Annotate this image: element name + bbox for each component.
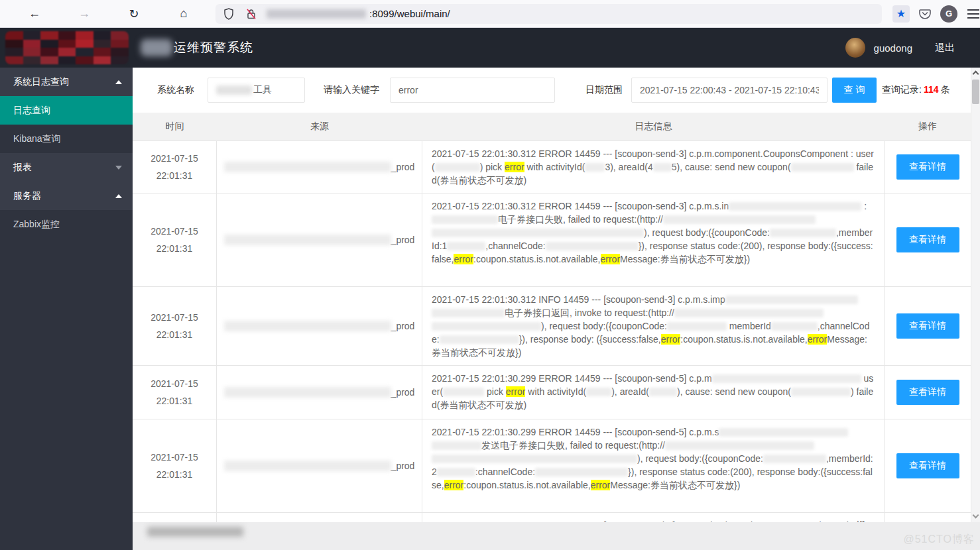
log-text: Message:券当前状态不可发放}): [610, 480, 740, 490]
scrollbar-down-arrow[interactable]: [971, 512, 980, 521]
browser-reload-icon[interactable]: ↻: [124, 7, 144, 21]
result-count-value: 114: [924, 84, 939, 95]
redacted-text: [432, 441, 481, 450]
logo-pixel: [58, 48, 76, 56]
logo-pixel: [40, 56, 58, 65]
time-cell: 2021-07-1522:01:31: [133, 287, 217, 365]
redacted-text: [546, 242, 639, 250]
bookmark-star-icon[interactable]: ★: [892, 5, 910, 23]
logout-button[interactable]: 退出: [935, 42, 955, 54]
sidebar-item-zabbix-monitor[interactable]: Zabbix监控: [0, 210, 133, 239]
content-scrollbar[interactable]: [971, 68, 980, 522]
col-header-action: 操作: [885, 113, 971, 140]
redacted-source: [224, 235, 391, 245]
browser-profile-avatar[interactable]: G: [940, 5, 957, 23]
scrollbar-thumb[interactable]: [972, 80, 979, 104]
result-count-label: 查询记录:: [882, 84, 922, 95]
source-suffix: _prod: [391, 321, 415, 331]
view-details-button[interactable]: 查看详情: [896, 313, 959, 339]
scrollbar-up-arrow[interactable]: [971, 68, 980, 78]
view-details-button[interactable]: 查看详情: [896, 154, 959, 180]
source-suffix: _prod: [391, 387, 415, 398]
time-cell: 2021-07-1522:01:31: [133, 141, 217, 193]
keyword-input[interactable]: [390, 78, 555, 103]
pocket-icon[interactable]: [919, 9, 931, 19]
logo-pixel: [23, 56, 41, 65]
url-bar[interactable]: :8099/webui/main/: [215, 4, 882, 24]
sidebar-item-log-query[interactable]: 日志查询: [0, 96, 133, 125]
browser-back-icon[interactable]: ←: [25, 7, 44, 21]
redacted-source: [224, 162, 391, 172]
sidebar-item-label: 报表: [13, 162, 32, 172]
log-table-body: 2021-07-1522:01:31_prod2021-07-15 22:01:…: [133, 141, 971, 550]
log-text: :coupon.status.is.not.available,: [680, 334, 807, 345]
logo-pixel: [93, 56, 111, 65]
redacted-text: [770, 229, 836, 237]
log-text: ) pick: [480, 162, 505, 172]
time-cell: 2021-07-1522:01:31: [133, 193, 217, 286]
sidebar-item-reports[interactable]: 报表: [0, 153, 133, 182]
log-text: ,channelCode:: [485, 241, 545, 251]
sidebar-item-label: Zabbix监控: [13, 219, 60, 229]
action-cell: 查看详情: [885, 193, 971, 286]
watermark: @51CTO博客: [903, 533, 975, 547]
logo-pixel: [93, 31, 111, 40]
system-name-label: 系统名称: [157, 84, 194, 96]
redacted-text: [435, 163, 480, 172]
sidebar-item-servers[interactable]: 服务器: [0, 182, 133, 210]
redacted-text: [719, 428, 848, 437]
date-range-input[interactable]: [631, 78, 827, 103]
log-text: 2021-07-15 22:01:30.299 ERROR 14459 --- …: [432, 373, 712, 384]
log-text: 2021-07-15 22:01:30.312 ERROR 14459 --- …: [432, 201, 729, 211]
menu-lines: [967, 13, 979, 15]
source-suffix: _prod: [391, 461, 415, 471]
browser-forward-icon[interactable]: →: [74, 7, 94, 21]
table-row: 2021-07-1522:01:31_prod2021-07-15 22:01:…: [133, 287, 971, 366]
system-name-select[interactable]: 工具: [208, 78, 305, 103]
view-details-button[interactable]: 查看详情: [896, 227, 959, 252]
redacted-text: [665, 441, 814, 450]
view-details-button[interactable]: 查看详情: [896, 380, 959, 405]
logo-pixel: [76, 48, 93, 56]
browser-home-icon[interactable]: ⌂: [174, 7, 194, 21]
shield-icon[interactable]: [223, 8, 234, 20]
keyword-highlight: error: [454, 254, 473, 264]
log-text: 2021-07-15 22:01:30.299 ERROR 14459 --- …: [432, 427, 719, 437]
redacted-text: [447, 242, 485, 250]
chevron-down-icon: [115, 166, 122, 170]
user-avatar[interactable]: [845, 38, 865, 58]
log-text: :coupon.status.is.not.available,: [463, 480, 590, 490]
log-text: :: [861, 201, 867, 211]
table-row: 2021-07-1522:01:31_prod2021-07-15 22:01:…: [133, 141, 971, 193]
sidebar-item-system-log-query[interactable]: 系统日志查询: [0, 68, 133, 96]
redacted-text: [432, 322, 541, 331]
log-text: 3), areaId(4: [605, 162, 652, 172]
username[interactable]: guodong: [874, 42, 912, 54]
redacted-host: [267, 9, 366, 19]
logo-pixel: [111, 31, 129, 40]
log-text: ), cause: send new coupon(: [677, 386, 791, 397]
logo-pixel: [111, 56, 129, 65]
keyword-highlight: error: [444, 480, 464, 490]
source-cell: _prod: [217, 287, 422, 365]
table-row: 2021-07-1522:01:31_prod2021-07-15 22:01:…: [133, 366, 971, 419]
keyword-highlight: error: [591, 480, 611, 490]
menu-icon[interactable]: [967, 9, 979, 19]
header-user-area: guodong 退出: [845, 38, 955, 58]
filter-bar: 系统名称 工具 请输入关键字 日期范围 查 询 查询记录:114条: [133, 68, 971, 113]
sidebar-item-kibana-query[interactable]: Kibana查询: [0, 125, 133, 153]
logo-pixel: [76, 40, 93, 48]
search-button[interactable]: 查 询: [832, 78, 877, 103]
logo-pixel: [111, 40, 129, 48]
insecure-lock-icon[interactable]: [246, 8, 257, 20]
logo-pixel: [58, 56, 76, 65]
redacted-text: [729, 202, 861, 211]
view-details-button[interactable]: 查看详情: [896, 453, 959, 478]
result-count-unit: 条: [940, 84, 949, 95]
log-text: memberId: [727, 321, 771, 331]
time-cell: 2021-07-1522:01:31: [133, 366, 217, 419]
redacted-text: [535, 468, 628, 476]
source-suffix: _prod: [391, 162, 415, 172]
main-content: 系统名称 工具 请输入关键字 日期范围 查 询 查询记录:114条 时间 来源 …: [133, 68, 971, 550]
screen: ← → ↻ ⌂ :8099/webui/main/ ★ G 运维预警系统 guo…: [0, 0, 980, 550]
